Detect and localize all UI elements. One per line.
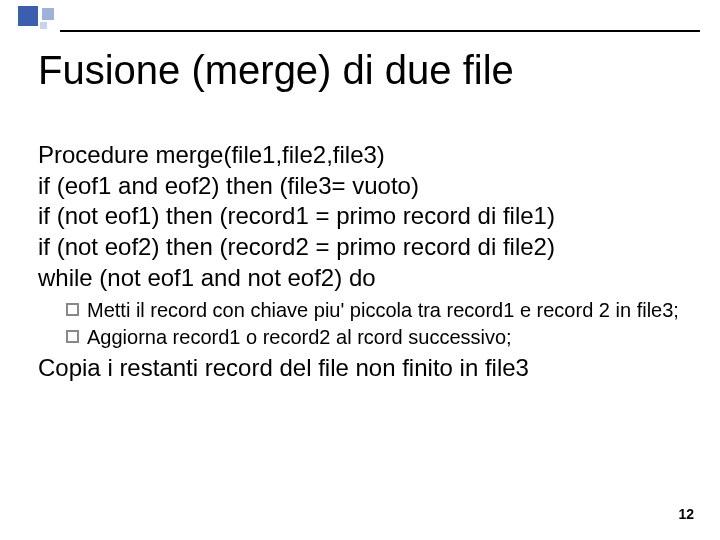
sub-item: Metti il record con chiave piu' piccola … [66, 298, 690, 324]
sub-item: Aggiorna record1 o record2 al rcord succ… [66, 325, 690, 351]
code-line: if (not eof2) then (record2 = primo reco… [38, 232, 690, 263]
sub-item-text: Aggiorna record1 o record2 al rcord succ… [87, 325, 512, 351]
slide-title: Fusione (merge) di due file [38, 48, 690, 93]
code-line: if (not eof1) then (record1 = primo reco… [38, 201, 690, 232]
square-bullet-icon [66, 303, 79, 316]
square-big [18, 6, 38, 26]
code-line: Procedure merge(file1,file2,file3) [38, 140, 690, 171]
square-mid [42, 8, 54, 20]
code-line: if (eof1 and eof2) then (file3= vuoto) [38, 171, 690, 202]
slide: Fusione (merge) di due file Procedure me… [0, 0, 720, 540]
square-small [40, 22, 47, 29]
square-bullet-icon [66, 330, 79, 343]
slide-body: Procedure merge(file1,file2,file3) if (e… [38, 140, 690, 384]
header-rule [60, 30, 700, 32]
corner-decoration [0, 0, 100, 40]
sub-list: Metti il record con chiave piu' piccola … [38, 298, 690, 351]
code-line: while (not eof1 and not eof2) do [38, 263, 690, 294]
final-line: Copia i restanti record del file non fin… [38, 353, 690, 384]
page-number: 12 [678, 506, 694, 522]
sub-item-text: Metti il record con chiave piu' piccola … [87, 298, 679, 324]
